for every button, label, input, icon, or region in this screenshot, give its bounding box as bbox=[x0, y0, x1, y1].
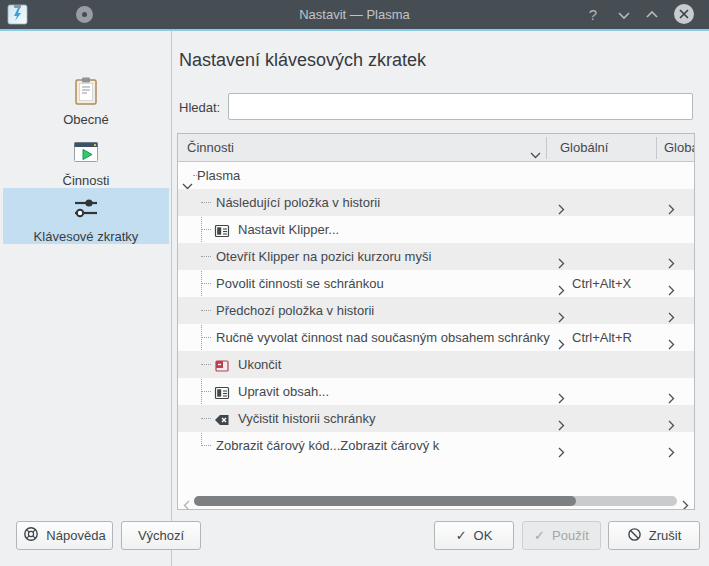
sidebar-item-label: Obecné bbox=[63, 112, 109, 127]
ok-button[interactable]: ✓ OK bbox=[434, 521, 514, 550]
action-label: Povolit činnosti se schránkou bbox=[216, 270, 384, 297]
help-lifebuoy-icon bbox=[23, 526, 39, 545]
global-shortcut-value[interactable]: Ctrl+Alt+R bbox=[572, 324, 632, 351]
table-row[interactable]: Nastavit Klipper... bbox=[178, 216, 694, 243]
sliders-icon bbox=[70, 192, 102, 224]
tree-branch bbox=[201, 310, 211, 311]
column-header-actions[interactable]: Činnosti bbox=[187, 134, 234, 162]
table-row[interactable]: Ručně vyvolat činnost nad současným obsa… bbox=[178, 324, 694, 351]
apply-button[interactable]: ✓ Použít bbox=[522, 521, 601, 550]
cancel-button[interactable]: Zrušit bbox=[608, 521, 700, 550]
table-row[interactable]: Následující položka v historii bbox=[178, 189, 694, 216]
search-label: Hledat: bbox=[179, 100, 220, 115]
tree-branch bbox=[201, 256, 211, 257]
defaults-button-label: Výchozí bbox=[138, 528, 184, 543]
action-label: Otevřít Klipper na pozici kurzoru myši bbox=[216, 243, 431, 270]
global-shortcut-value[interactable]: Ctrl+Alt+X bbox=[572, 270, 631, 297]
table-row[interactable]: Ukončit bbox=[178, 351, 694, 378]
table-row[interactable]: Povolit činnosti se schránkou Ctrl+Alt+X bbox=[178, 270, 694, 297]
scroll-left-arrow-icon[interactable] bbox=[183, 497, 191, 510]
shortcuts-table: Činnosti Globální Globálr Plasma Následu… bbox=[177, 133, 695, 510]
apply-button-label: Použít bbox=[552, 528, 589, 543]
action-label: Nastavit Klipper... bbox=[238, 216, 339, 243]
tree-branch bbox=[201, 391, 211, 392]
table-header: Činnosti Globální Globálr bbox=[178, 134, 694, 162]
ok-button-label: OK bbox=[474, 528, 493, 543]
tree-branch bbox=[201, 202, 211, 203]
clipboard-icon bbox=[70, 75, 102, 107]
tree-branch bbox=[201, 337, 211, 338]
check-icon: ✓ bbox=[456, 528, 467, 543]
action-label: Ukončit bbox=[238, 351, 281, 378]
table-row[interactable]: Upravit obsah... bbox=[178, 378, 694, 405]
table-row-root[interactable]: Plasma bbox=[178, 162, 694, 189]
tree-branch bbox=[201, 418, 211, 419]
sort-indicator-icon[interactable] bbox=[530, 145, 541, 163]
help-button[interactable]: Nápověda bbox=[16, 521, 113, 550]
defaults-button[interactable]: Výchozí bbox=[121, 521, 201, 550]
sidebar-item-shortcuts[interactable]: Klávesové zkratky bbox=[3, 188, 169, 244]
action-label: Vyčistit historii schránky bbox=[238, 405, 376, 432]
scrollbar-thumb[interactable] bbox=[194, 496, 576, 506]
help-button-label: Nápověda bbox=[46, 528, 105, 543]
table-row[interactable]: Předchozí položka v historii bbox=[178, 297, 694, 324]
tree-branch bbox=[201, 445, 211, 446]
column-separator bbox=[546, 137, 547, 159]
column-separator bbox=[656, 137, 657, 159]
cancel-button-label: Zrušit bbox=[649, 528, 682, 543]
horizontal-scrollbar[interactable] bbox=[194, 496, 677, 506]
table-row[interactable]: Zobrazit čárový kód...Zobrazit čárový k bbox=[178, 432, 694, 459]
sidebar-item-label: Činnosti bbox=[63, 173, 110, 188]
action-label: Zobrazit čárový kód...Zobrazit čárový k bbox=[216, 432, 439, 459]
maximize-button[interactable] bbox=[643, 8, 661, 22]
configure-icon bbox=[214, 221, 230, 237]
minimize-button[interactable] bbox=[615, 8, 633, 22]
root-label: Plasma bbox=[197, 162, 240, 189]
application-exit-icon bbox=[214, 356, 230, 372]
titlebar-help-button[interactable]: ? bbox=[583, 0, 603, 29]
check-icon: ✓ bbox=[534, 528, 545, 543]
action-label: Následující položka v historii bbox=[216, 189, 380, 216]
tree-branch bbox=[201, 283, 211, 284]
alt-shortcut-expander-icon[interactable] bbox=[668, 440, 675, 467]
column-header-global[interactable]: Globální bbox=[560, 134, 608, 162]
scroll-right-arrow-icon[interactable] bbox=[681, 497, 689, 510]
sidebar: Obecné Činnosti Klávesové zkratky bbox=[0, 31, 172, 566]
action-label: Ručně vyvolat činnost nad současným obsa… bbox=[216, 324, 550, 351]
search-input[interactable] bbox=[228, 93, 693, 120]
sidebar-item-general[interactable]: Obecné bbox=[3, 71, 169, 129]
global-shortcut-expander-icon[interactable] bbox=[558, 440, 565, 467]
sidebar-item-label: Klávesové zkratky bbox=[34, 229, 139, 244]
tree-branch bbox=[201, 229, 211, 230]
action-label: Předchozí položka v historii bbox=[216, 297, 374, 324]
edit-contents-icon bbox=[214, 383, 230, 399]
clear-history-icon bbox=[214, 410, 230, 426]
page-title: Nastavení klávesových zkratek bbox=[179, 50, 426, 71]
titlebar: Nastavit — Plasma ? bbox=[0, 0, 709, 29]
cancel-circle-slash-icon bbox=[627, 527, 642, 545]
action-label: Upravit obsah... bbox=[238, 378, 329, 405]
tree-branch bbox=[201, 364, 211, 365]
actions-window-icon bbox=[70, 136, 102, 168]
table-row[interactable]: Otevřít Klipper na pozici kurzoru myši bbox=[178, 243, 694, 270]
table-row[interactable]: Vyčistit historii schránky bbox=[178, 405, 694, 432]
sidebar-item-actions[interactable]: Činnosti bbox=[3, 132, 169, 188]
column-header-global-alt[interactable]: Globálr bbox=[664, 134, 695, 162]
close-button[interactable] bbox=[674, 4, 694, 24]
